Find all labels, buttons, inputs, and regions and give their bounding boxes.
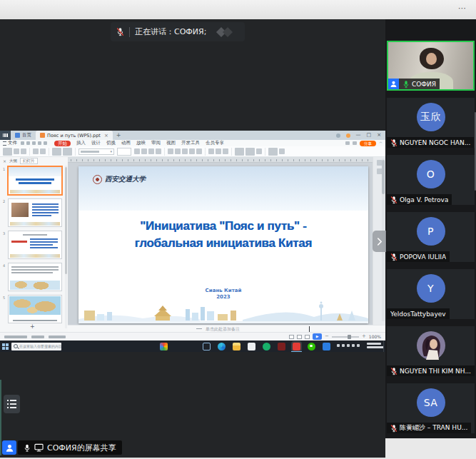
agenda-list-button[interactable]: [4, 395, 20, 413]
wps-menu-active[interactable]: 开始: [54, 141, 71, 146]
font-size-select[interactable]: [117, 148, 131, 156]
wps-menu-item[interactable]: 插入: [76, 140, 86, 146]
participant-name: Olga V. Petrova: [400, 196, 448, 203]
taskbar-search[interactable]: 在这里输入你要搜索的内容: [11, 343, 61, 350]
panel-scrollbar[interactable]: [65, 166, 67, 328]
name-pill: NGUYEN THI KIM NH...: [387, 365, 475, 376]
tools-icon[interactable]: [353, 141, 357, 145]
minimize-button[interactable]: —: [356, 133, 361, 138]
zoom-in-button[interactable]: +: [362, 334, 366, 339]
wps-menu-item[interactable]: 开发工具: [181, 140, 200, 146]
start-button[interactable]: [2, 343, 9, 350]
collapse-ribbon-icon[interactable]: ^: [379, 141, 383, 146]
format-painter-tool[interactable]: [33, 148, 46, 154]
taskbar-app-icon[interactable]: [263, 343, 270, 350]
align-tools[interactable]: [208, 148, 228, 154]
account-icon[interactable]: [336, 133, 340, 138]
taskbar-app-icon[interactable]: [160, 343, 168, 350]
participant-label: YeldosTattybayev: [387, 308, 450, 319]
wps-menu-item[interactable]: 放映: [136, 140, 146, 146]
slide-thumbnail-5[interactable]: 5: [8, 295, 62, 323]
wps-toolbar: ▾: [0, 146, 385, 157]
name-pill: 陈黄嵋沙 – TRAN HU...: [387, 423, 471, 433]
slide-sky-band: [79, 166, 368, 211]
taskbar-app-icon[interactable]: [278, 343, 285, 350]
hide-sidebar-button[interactable]: [373, 231, 386, 252]
maximize-button[interactable]: □: [367, 133, 372, 138]
status-right-tools: ▶ − + 100%: [289, 333, 381, 340]
avatar-initials: SA: [424, 397, 438, 408]
tab-slides[interactable]: 幻灯片: [20, 158, 38, 164]
paste-tools[interactable]: [3, 148, 26, 156]
paragraph-tools[interactable]: [168, 148, 202, 154]
arrange-tools[interactable]: [268, 148, 285, 156]
new-slide-tools[interactable]: [52, 148, 72, 156]
add-slide-button[interactable]: +: [30, 323, 35, 330]
font-name-select[interactable]: ▾: [79, 148, 114, 155]
participant-name: NGUYEN NGOC HAN...: [400, 139, 470, 146]
wechat-icon[interactable]: [308, 343, 315, 350]
participant-tile[interactable]: NGUYEN THI KIM NH...: [387, 326, 475, 376]
participant-avatar: O: [417, 160, 445, 188]
normal-view-icon[interactable]: [289, 335, 294, 339]
panel-close-icon[interactable]: ×: [3, 158, 6, 163]
system-tray[interactable]: [337, 344, 360, 347]
wps-menu-item[interactable]: 会员专享: [206, 140, 224, 146]
new-tab-button[interactable]: +: [113, 132, 125, 138]
taskbar-app-icon[interactable]: [248, 343, 255, 350]
name-pill: Olga V. Petrova: [387, 194, 452, 205]
hamburger-icon: [3, 141, 6, 146]
wps-logo-icon[interactable]: [0, 131, 11, 140]
mic-muted-icon: [390, 196, 397, 204]
reading-view-icon[interactable]: [305, 335, 310, 339]
wps-menu-item[interactable]: 审阅: [151, 140, 161, 146]
list-icon: [7, 400, 16, 408]
find-icon[interactable]: [345, 141, 350, 145]
slide-number: 5: [3, 296, 5, 300]
participant-name: POPOVA IULIIA: [400, 253, 446, 261]
wps-document-tab[interactable]: Пояс и путь (WPS).ppt ×: [36, 131, 113, 140]
zoom-out-button[interactable]: −: [325, 334, 329, 339]
wps-home-tab[interactable]: 首页: [11, 131, 36, 140]
tab-close-icon[interactable]: ×: [104, 133, 108, 138]
wps-menu-item[interactable]: 设计: [91, 140, 101, 146]
slideshow-play-button[interactable]: ▶: [313, 333, 322, 340]
sorter-view-icon[interactable]: [297, 335, 302, 339]
font-style-tools[interactable]: [134, 148, 161, 154]
name-pill: POPOVA IULIIA: [387, 251, 450, 262]
member-icon[interactable]: [346, 133, 350, 138]
mic-muted-icon: [390, 424, 397, 433]
wps-menu-item[interactable]: 视图: [166, 140, 176, 146]
wps-taskbar-icon[interactable]: [293, 343, 300, 350]
speaking-banner: 正在讲话：СОФИЯ;: [111, 22, 245, 41]
file-menu[interactable]: 文件: [0, 140, 21, 146]
wps-share-button[interactable]: 分享: [360, 141, 376, 146]
slide-thumbnail-3[interactable]: 3: [8, 231, 62, 259]
participant-tile[interactable]: OOlga V. Petrova: [387, 155, 475, 205]
zoom-slider[interactable]: [332, 336, 359, 338]
wps-menu-item[interactable]: 动画: [121, 140, 131, 146]
tab-outline[interactable]: 大纲: [9, 158, 17, 163]
slide-number: 3: [3, 231, 5, 236]
avatar-initials: O: [427, 168, 435, 180]
quick-access-icons[interactable]: [21, 141, 47, 145]
wps-menu-item[interactable]: 切换: [106, 140, 116, 146]
taskbar-app-icon[interactable]: [323, 343, 330, 350]
shape-tools[interactable]: [235, 148, 262, 156]
window-more-icon[interactable]: ⋯: [458, 4, 466, 13]
slide-thumbnail-1[interactable]: 1: [8, 166, 62, 195]
edge-browser-icon[interactable]: [218, 343, 226, 350]
participant-tile[interactable]: PPOPOVA IULIIA: [387, 212, 475, 262]
close-button[interactable]: ×: [377, 133, 381, 138]
taskbar-app-icon[interactable]: [203, 343, 211, 350]
participant-tile[interactable]: СОФИЯ: [387, 41, 475, 91]
slide-thumbnail-2[interactable]: 2: [8, 198, 62, 227]
file-explorer-icon[interactable]: [233, 343, 240, 350]
presenter-role-badge: [2, 440, 16, 455]
participant-tile[interactable]: YYeldosTattybayev: [387, 269, 475, 319]
status-language: [31, 336, 44, 338]
slide-thumbnail-4[interactable]: 4: [8, 263, 62, 291]
participant-tile[interactable]: SA陈黄嵋沙 – TRAN HU...: [387, 383, 475, 433]
mic-muted-icon: [390, 367, 397, 375]
participant-tile[interactable]: 玉欣NGUYEN NGOC HAN...: [387, 98, 475, 148]
